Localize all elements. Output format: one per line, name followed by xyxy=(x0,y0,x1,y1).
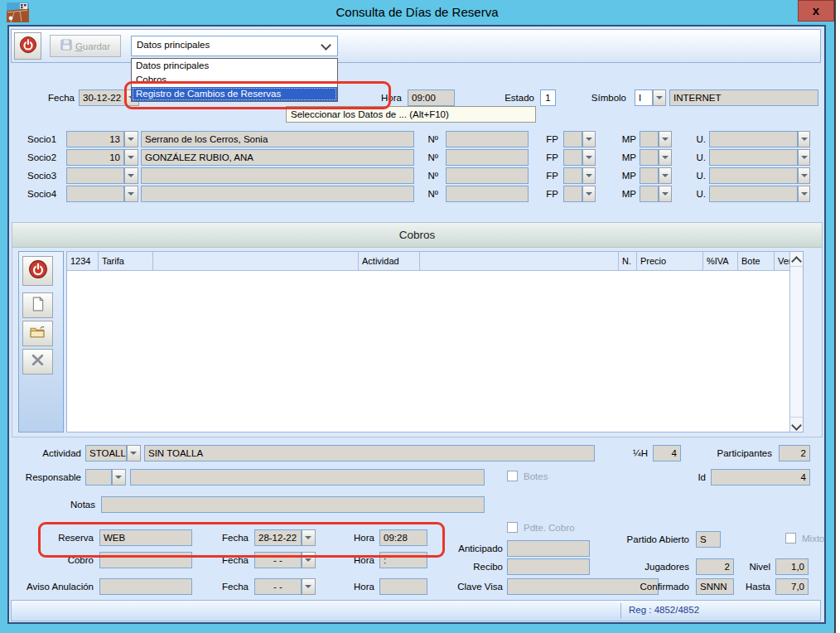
socio1-mp-dropdown-button[interactable] xyxy=(659,131,672,147)
nivel-field[interactable]: 1,0 xyxy=(775,558,809,575)
responsable-dropdown-button[interactable] xyxy=(112,469,126,486)
anticipado-field[interactable] xyxy=(507,540,590,557)
col-header-bote[interactable]: Bote xyxy=(738,252,775,270)
cobros-exit-button[interactable] xyxy=(22,256,53,286)
socio2-fp-dropdown-button[interactable] xyxy=(582,149,596,166)
socio3-code-field[interactable] xyxy=(66,167,124,184)
socio2-code-field[interactable]: 10 xyxy=(66,149,124,166)
pdte-cobro-checkbox[interactable] xyxy=(507,522,518,533)
dropdown-item-registro-cambios[interactable]: Registro de Cambios de Reservas xyxy=(132,87,337,101)
socio4-dropdown-button[interactable] xyxy=(124,186,138,202)
socio4-fp-dropdown-button[interactable] xyxy=(582,186,596,202)
window-title: Consulta de Días de Reserva xyxy=(0,5,834,19)
actividad-code-field[interactable]: STOALL xyxy=(85,445,127,461)
notas-field[interactable] xyxy=(101,496,485,513)
tooltip: Seleccionar los Datos de ... (Alt+F10) xyxy=(286,106,536,123)
open-record-button[interactable] xyxy=(22,321,53,346)
dropdown-item-datos-principales[interactable]: Datos principales xyxy=(132,59,337,73)
actividad-name-field: SIN TOALLA xyxy=(144,445,595,461)
socio4-numero-field[interactable] xyxy=(446,186,529,202)
cobro-fecha-field[interactable]: - - xyxy=(254,552,302,568)
dropdown-arrow-icon xyxy=(662,174,669,177)
col-header-tarifa[interactable]: Tarifa xyxy=(99,252,153,270)
reserva-field[interactable]: WEB xyxy=(99,529,192,546)
guardar-button[interactable]: Guardar xyxy=(50,35,121,57)
estado-field[interactable]: 1 xyxy=(540,89,556,106)
new-record-button[interactable] xyxy=(22,292,53,318)
socio4-code-field[interactable] xyxy=(66,186,124,202)
socio1-mp-field[interactable] xyxy=(640,131,659,147)
dropdown-arrow-icon xyxy=(662,138,669,141)
socio1-code-field[interactable]: 13 xyxy=(66,131,124,147)
dropdown-item-cobros[interactable]: Cobros xyxy=(132,73,337,87)
socio2-u-dropdown-button[interactable] xyxy=(798,149,810,166)
col-header-precio[interactable]: Precio xyxy=(637,252,703,270)
id-field[interactable]: 4 xyxy=(711,469,810,486)
simbolo-dropdown-button[interactable] xyxy=(653,89,666,106)
hasta-field[interactable]: 7,0 xyxy=(775,578,809,595)
confirmado-field[interactable]: SNNN xyxy=(696,578,734,595)
partido-abierto-field[interactable]: S xyxy=(696,531,721,548)
fecha-field[interactable]: 30-12-22 xyxy=(79,89,126,106)
col-header-1234[interactable]: 1234 xyxy=(67,252,99,270)
jugadores-field[interactable]: 2 xyxy=(696,558,734,575)
aviso-anulacion-field[interactable] xyxy=(99,578,192,595)
reserva-fecha-dropdown-button[interactable] xyxy=(302,529,316,546)
socio2-u-field[interactable] xyxy=(709,149,798,166)
responsable-code-field[interactable] xyxy=(85,469,112,486)
partido-abierto-label: Partido Abierto xyxy=(606,531,689,548)
socio2-mp-field[interactable] xyxy=(640,149,659,166)
participantes-field[interactable]: 2 xyxy=(779,445,810,461)
socio4-mp-dropdown-button[interactable] xyxy=(659,186,672,202)
botes-checkbox[interactable] xyxy=(507,471,518,481)
socio1-numero-field[interactable] xyxy=(446,131,529,147)
socio3-dropdown-button[interactable] xyxy=(124,167,138,184)
socio3-mp-dropdown-button[interactable] xyxy=(659,167,672,184)
table-scrollbar[interactable] xyxy=(789,252,803,432)
col-header-tarifa-desc[interactable] xyxy=(153,252,359,270)
socio1-u-field[interactable] xyxy=(709,131,798,147)
socio3-fp-dropdown-button[interactable] xyxy=(582,167,596,184)
socio1-fp-dropdown-button[interactable] xyxy=(582,131,596,147)
col-header-actividad[interactable]: Actividad xyxy=(359,252,420,270)
socio2-mp-dropdown-button[interactable] xyxy=(659,149,672,166)
exit-button[interactable] xyxy=(14,32,41,60)
col-header-iva[interactable]: %IVA xyxy=(703,252,738,270)
dropdown-arrow-icon xyxy=(662,156,669,159)
socio4-mp-field[interactable] xyxy=(640,186,659,202)
socio1-u-dropdown-button[interactable] xyxy=(798,131,810,147)
col-header-actividad-desc[interactable] xyxy=(420,252,619,270)
scroll-up-button[interactable] xyxy=(790,252,803,267)
col-header-n[interactable]: N. xyxy=(619,252,637,270)
aviso-fecha-dropdown-button[interactable] xyxy=(302,578,316,595)
cobro-fecha-dropdown-button[interactable] xyxy=(302,552,316,568)
socio3-numero-field[interactable] xyxy=(446,167,529,184)
delete-record-button[interactable] xyxy=(22,349,53,374)
socio2-dropdown-button[interactable] xyxy=(124,149,138,166)
hora-field[interactable]: 09:00 xyxy=(408,89,455,106)
cuarto-h-field[interactable]: 4 xyxy=(653,445,681,461)
reserva-fecha-field[interactable]: 28-12-22 xyxy=(254,529,302,546)
aviso-fecha-field[interactable]: - - xyxy=(254,578,302,595)
socio3-mp-field[interactable] xyxy=(640,167,659,184)
socio4-u-field[interactable] xyxy=(709,186,798,202)
mixto-checkbox[interactable] xyxy=(785,533,796,544)
socio4-fp-field[interactable] xyxy=(563,186,582,202)
scroll-down-button[interactable] xyxy=(790,417,803,432)
socio4-u-dropdown-button[interactable] xyxy=(798,186,810,202)
socio3-fp-field[interactable] xyxy=(563,167,582,184)
actividad-dropdown-button[interactable] xyxy=(127,445,141,461)
socio3-u-dropdown-button[interactable] xyxy=(798,167,810,184)
recibo-field[interactable] xyxy=(507,558,590,575)
socio4-numero-label: Nº xyxy=(418,186,438,202)
cobro-field[interactable] xyxy=(99,552,192,568)
col-header-vendedor[interactable]: Ver xyxy=(775,252,789,270)
socio2-fp-field[interactable] xyxy=(563,149,582,166)
view-combobox[interactable]: Datos principales xyxy=(131,36,338,56)
simbolo-code-field[interactable]: I xyxy=(635,89,653,106)
socio2-numero-field[interactable] xyxy=(446,149,529,166)
close-button[interactable]: x xyxy=(798,0,834,22)
socio3-u-field[interactable] xyxy=(709,167,798,184)
socio1-dropdown-button[interactable] xyxy=(124,131,138,147)
socio1-fp-field[interactable] xyxy=(563,131,582,147)
